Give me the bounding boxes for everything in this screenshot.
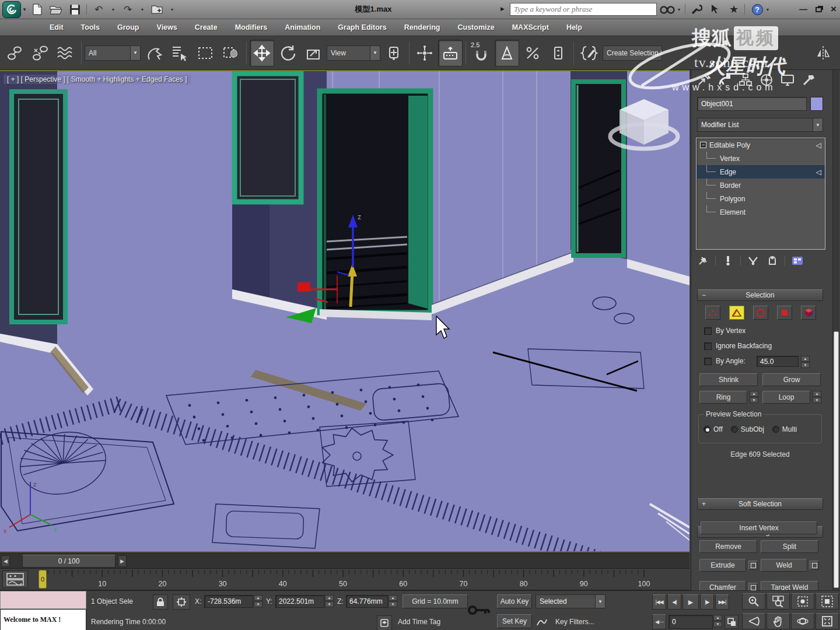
stack-item-vertex[interactable]: Vertex	[696, 152, 825, 165]
extrude-settings-icon[interactable]	[748, 561, 758, 570]
zoom-all-icon[interactable]	[766, 593, 790, 610]
minimize-button[interactable]: —	[797, 4, 810, 15]
time-slider-handle[interactable]: 0 / 100	[22, 555, 116, 568]
shrink-button[interactable]: Shrink	[699, 373, 758, 386]
maximize-viewport-toggle-icon[interactable]	[816, 613, 839, 629]
new-scene-icon[interactable]	[30, 2, 44, 16]
collapse-icon[interactable]: −	[700, 142, 706, 148]
infocenter-expand-icon[interactable]: ▶	[501, 6, 505, 12]
window-crossing-toggle-icon[interactable]	[219, 40, 243, 66]
by-angle-checkbox[interactable]: By Angle:	[704, 357, 746, 365]
search-dropdown-caret-icon[interactable]: ▾	[676, 2, 682, 16]
redo-icon[interactable]: ↷	[121, 2, 135, 16]
save-file-icon[interactable]	[68, 2, 82, 16]
by-vertex-checkbox[interactable]: By Vertex	[704, 327, 746, 335]
stack-item-element[interactable]: Element	[696, 205, 825, 219]
remove-modifier-icon[interactable]	[765, 255, 779, 267]
chamfer-button[interactable]: Chamfer	[699, 581, 746, 590]
ignore-backfacing-checkbox[interactable]: Ignore Backfacing	[704, 342, 772, 350]
play-button[interactable]: ▶	[682, 594, 699, 610]
search-binoculars-icon[interactable]	[659, 2, 676, 16]
tab-modify-icon[interactable]	[715, 72, 734, 88]
edit-named-selection-sets-icon[interactable]	[577, 40, 601, 66]
set-key-button[interactable]: Set Key	[497, 614, 532, 628]
split-button[interactable]: Split	[761, 540, 818, 553]
zoom-icon[interactable]	[742, 593, 765, 610]
help-button[interactable]: ?	[749, 2, 765, 16]
by-angle-spinner[interactable]: ▲▼	[801, 356, 810, 368]
selection-rollout-header[interactable]: −Selection	[697, 289, 823, 301]
favorites-star-icon[interactable]: ★	[726, 2, 742, 16]
menu-create[interactable]: Create	[186, 23, 226, 32]
angle-snap-toggle-icon[interactable]	[495, 40, 519, 66]
stack-item-polygon[interactable]: Polygon	[696, 192, 825, 205]
selection-lock-icon[interactable]	[153, 594, 168, 610]
mirror-icon[interactable]	[811, 40, 835, 66]
stack-item-editable-poly[interactable]: − Editable Poly ◁	[696, 138, 825, 152]
isolate-selection-icon[interactable]	[377, 615, 392, 630]
unlink-selection-icon[interactable]	[28, 40, 52, 66]
select-and-link-icon[interactable]	[2, 40, 27, 66]
spinner-snap-toggle-icon[interactable]	[546, 40, 570, 66]
loop-spinner[interactable]: ▲▼	[813, 391, 821, 403]
redo-dropdown-icon[interactable]: ▾	[139, 2, 145, 16]
pin-stack-icon[interactable]	[696, 255, 710, 267]
panel-scrollbar[interactable]	[832, 70, 839, 590]
application-menu-button[interactable]	[2, 1, 21, 18]
stack-item-edge[interactable]: Edge◁	[696, 165, 825, 178]
selection-filter-dropdown[interactable]: All▼	[85, 46, 141, 61]
current-frame-field[interactable]: 0	[668, 615, 713, 629]
menu-customize[interactable]: Customize	[449, 23, 503, 32]
extrude-button[interactable]: Extrude	[699, 559, 746, 572]
selection-filter-caret-icon[interactable]: ▼	[130, 46, 140, 60]
key-filters-button[interactable]: Key Filters...	[555, 618, 594, 626]
pan-hand-icon[interactable]	[766, 613, 790, 629]
menu-graph-editors[interactable]: Graph Editors	[329, 23, 395, 32]
x-coordinate-field[interactable]: -728.536m	[204, 595, 253, 608]
percent-snap-toggle-icon[interactable]	[520, 40, 545, 66]
open-file-icon[interactable]	[49, 2, 63, 16]
by-angle-field[interactable]: 45.0	[757, 356, 799, 367]
preview-option-off[interactable]: Off	[704, 425, 723, 433]
subobject-edge-icon[interactable]	[729, 306, 744, 320]
time-forward-arrow[interactable]: ▶	[118, 555, 127, 567]
select-and-move-icon[interactable]	[250, 40, 274, 66]
insert-vertex-button[interactable]: Insert Vertex	[701, 522, 817, 534]
macro-recorder-pane[interactable]	[0, 591, 86, 609]
zoom-extents-all-icon[interactable]	[816, 593, 839, 610]
frame-spinner[interactable]: ▲▼	[713, 615, 722, 627]
y-spinner[interactable]: ▲▼	[325, 595, 334, 607]
select-by-name-icon[interactable]	[167, 40, 192, 66]
configure-modifier-sets-icon[interactable]	[790, 255, 804, 267]
absolute-mode-transform-icon[interactable]	[173, 594, 190, 610]
menu-views[interactable]: Views	[148, 23, 186, 32]
modifier-stack-list[interactable]: − Editable Poly ◁ VertexEdge◁BorderPolyg…	[696, 138, 825, 250]
tab-display-icon[interactable]	[778, 72, 797, 88]
field-of-view-icon[interactable]	[742, 613, 765, 629]
undo-dropdown-icon[interactable]: ▾	[110, 2, 116, 16]
subobject-vertex-icon[interactable]	[705, 306, 720, 320]
tab-motion-icon[interactable]	[757, 72, 776, 88]
communication-center-icon[interactable]	[707, 2, 723, 16]
tab-create-icon[interactable]	[694, 72, 713, 88]
remove-button[interactable]: Remove	[699, 540, 757, 553]
preview-option-multi[interactable]: Multi	[772, 425, 797, 433]
next-frame-button[interactable]: |▶	[700, 594, 714, 610]
menu-modifiers[interactable]: Modifiers	[226, 23, 276, 32]
project-folder-icon[interactable]	[150, 2, 164, 16]
z-coordinate-field[interactable]: 64.776mm	[346, 595, 388, 608]
z-spinner[interactable]: ▲▼	[388, 595, 397, 607]
help-dropdown-caret-icon[interactable]: ▾	[764, 2, 771, 16]
loop-button[interactable]: Loop	[762, 391, 810, 404]
default-in-out-tangents-icon[interactable]	[536, 615, 548, 629]
preview-option-subobj[interactable]: SubObj	[731, 425, 764, 433]
x-spinner[interactable]: ▲▼	[254, 595, 262, 607]
grow-button[interactable]: Grow	[762, 373, 821, 386]
subobject-element-icon[interactable]	[801, 306, 816, 320]
panel-scrollbar-thumb[interactable]	[834, 331, 839, 588]
tab-utilities-icon[interactable]	[799, 72, 818, 88]
menu-help[interactable]: Help	[558, 23, 591, 32]
menu-group[interactable]: Group	[108, 23, 148, 32]
object-name-field[interactable]: Object001	[697, 97, 807, 111]
named-selection-set-field[interactable]: Create Selection Set	[603, 46, 662, 61]
